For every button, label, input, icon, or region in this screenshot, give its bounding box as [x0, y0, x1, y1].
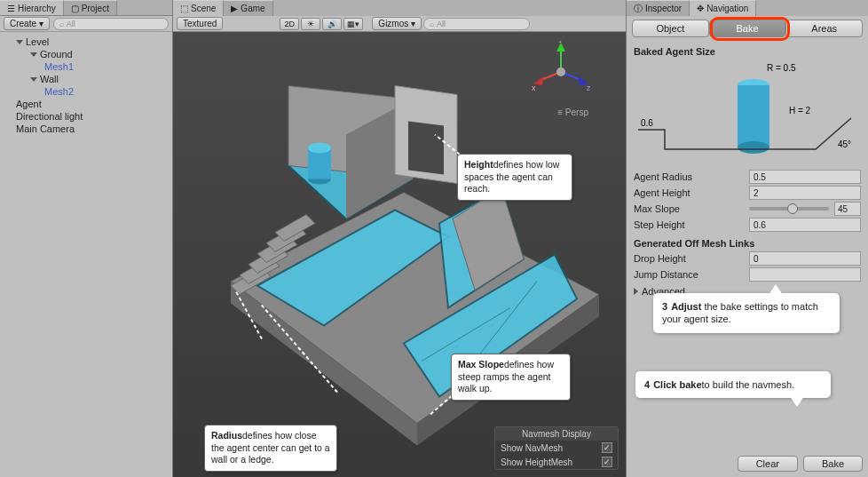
show-heightmesh-label: Show HeightMesh [501, 457, 572, 467]
bake-buttons: Clear Bake [738, 456, 863, 472]
audio-toggle[interactable]: 🔊 [322, 18, 342, 30]
svg-point-36 [556, 68, 565, 76]
svg-marker-28 [556, 43, 565, 52]
svg-point-40 [738, 141, 769, 154]
tab-inspector[interactable]: ⓘInspector [627, 0, 690, 16]
hierarchy-panel: ☰Hierarchy ▢Project Create ▾ ⌕All Level … [0, 0, 173, 477]
fx-toggle[interactable]: ▦▾ [343, 18, 363, 30]
svg-text:x: x [532, 83, 536, 92]
tree-item-wall[interactable]: Wall [0, 73, 172, 85]
hierarchy-tabs: ☰Hierarchy ▢Project [0, 0, 172, 16]
nav-icon: ✥ [697, 4, 704, 13]
game-icon: ▶ [231, 4, 238, 13]
hierarchy-toolbar: Create ▾ ⌕All [0, 16, 172, 32]
agent-radius-label: Agent Radius [634, 171, 749, 182]
tree-item-agent[interactable]: Agent [0, 98, 172, 110]
tree-item-level[interactable]: Level [0, 36, 172, 48]
scene-toolbar: Textured 2D ☀ 🔊 ▦▾ Gizmos ▾ ⌕All [173, 16, 626, 32]
show-navmesh-label: Show NavMesh [501, 443, 563, 453]
svg-rect-39 [738, 85, 769, 147]
chevron-down-icon [30, 52, 37, 57]
show-heightmesh-checkbox[interactable]: ✓ [602, 457, 612, 467]
step-height-label: Step Height [634, 219, 749, 230]
gizmos-dropdown[interactable]: Gizmos ▾ [372, 17, 422, 30]
svg-marker-10 [408, 122, 444, 175]
subtab-object[interactable]: Object [632, 20, 709, 37]
clear-button[interactable]: Clear [738, 456, 798, 472]
step-height-input[interactable]: 0.6 [749, 218, 861, 232]
search-icon: ⌕ [430, 20, 434, 28]
inspector-tabs: ⓘInspector ✥Navigation [627, 0, 868, 16]
callout-height: Heightdefines how low spaces the agent c… [457, 154, 572, 201]
info-icon: ⓘ [634, 3, 643, 15]
drop-height-label: Drop Height [634, 253, 749, 264]
show-navmesh-checkbox[interactable]: ✓ [602, 442, 612, 453]
navigation-panel: ⓘInspector ✥Navigation Object Bake Areas… [627, 0, 868, 477]
chevron-down-icon [30, 77, 37, 82]
chevron-right-icon [634, 288, 638, 295]
2d-toggle[interactable]: 2D [280, 18, 299, 30]
max-slope-value[interactable]: 45 [834, 202, 861, 216]
svg-point-20 [308, 143, 331, 154]
folder-icon: ▢ [71, 4, 79, 13]
navmesh-display-panel: Navmesh Display Show NavMesh✓ Show Heigh… [494, 426, 619, 470]
baked-agent-size-header: Baked Agent Size [627, 41, 868, 59]
instruction-step3: 3Adjust the bake settings to match your … [653, 293, 840, 333]
agent-height-input[interactable]: 2 [749, 186, 861, 200]
tab-hierarchy[interactable]: ☰Hierarchy [0, 0, 64, 15]
hierarchy-search[interactable]: ⌕All [53, 18, 169, 30]
jump-distance-input[interactable] [749, 267, 861, 282]
navigation-subtabs: Object Bake Areas [627, 16, 868, 41]
orientation-gizmo[interactable]: y z x [530, 41, 592, 103]
svg-text:H = 2: H = 2 [789, 106, 811, 115]
tab-navigation[interactable]: ✥Navigation [690, 0, 756, 16]
callout-maxslope: Max Slopedefines how steep ramps the age… [451, 354, 571, 401]
max-slope-label: Max Slope [634, 203, 744, 214]
shading-dropdown[interactable]: Textured [177, 17, 223, 30]
tree-item-mesh2[interactable]: Mesh2 [0, 85, 172, 98]
agent-height-label: Agent Height [634, 187, 749, 198]
scene-tabs: ⬚Scene ▶Game [173, 0, 626, 16]
scene-search[interactable]: ⌕All [423, 18, 530, 30]
chevron-down-icon [16, 40, 23, 44]
agent-radius-input[interactable]: 0.5 [749, 170, 861, 184]
tree-item-ground[interactable]: Ground [0, 48, 172, 60]
tab-project[interactable]: ▢Project [64, 0, 117, 15]
tab-scene[interactable]: ⬚Scene [173, 0, 224, 16]
search-icon: ⌕ [59, 20, 64, 28]
subtab-areas[interactable]: Areas [785, 20, 863, 37]
tree-item-camera[interactable]: Main Camera [0, 123, 172, 135]
drop-height-input[interactable]: 0 [749, 251, 861, 266]
svg-text:y: y [559, 41, 564, 43]
hierarchy-icon: ☰ [7, 4, 15, 13]
callout-radius: Radiusdefines how close the agent center… [204, 425, 337, 472]
offmesh-links-header: Generated Off Mesh Links [627, 233, 868, 250]
scene-viewport[interactable]: y z x ≡ Persp Heightdefines how low spac… [173, 32, 626, 477]
scene-icon: ⬚ [180, 4, 188, 13]
max-slope-slider[interactable] [749, 207, 829, 211]
instruction-step4: 4Click baketo build the navmesh. [635, 371, 831, 398]
create-dropdown[interactable]: Create ▾ [4, 17, 50, 30]
hierarchy-tree: Level Ground Mesh1 Wall Mesh2 Agent Dire… [0, 32, 172, 139]
jump-distance-label: Jump Distance [634, 269, 749, 280]
tree-item-mesh1[interactable]: Mesh1 [0, 60, 172, 73]
agent-size-diagram: R = 0.5 H = 2 0.6 45° [634, 60, 861, 167]
bake-button[interactable]: Bake [803, 456, 863, 472]
tab-game[interactable]: ▶Game [224, 0, 272, 16]
svg-text:R = 0.5: R = 0.5 [767, 63, 796, 73]
lighting-toggle[interactable]: ☀ [301, 18, 320, 30]
svg-text:45°: 45° [838, 139, 851, 149]
svg-text:z: z [587, 83, 591, 92]
scene-panel: ⬚Scene ▶Game Textured 2D ☀ 🔊 ▦▾ Gizmos ▾… [173, 0, 627, 477]
perspective-label[interactable]: ≡ Persp [557, 107, 588, 117]
svg-text:0.6: 0.6 [641, 118, 653, 128]
tree-item-light[interactable]: Directional light [0, 110, 172, 123]
subtab-bake[interactable]: Bake [709, 20, 786, 37]
navmesh-display-title: Navmesh Display [495, 427, 618, 441]
